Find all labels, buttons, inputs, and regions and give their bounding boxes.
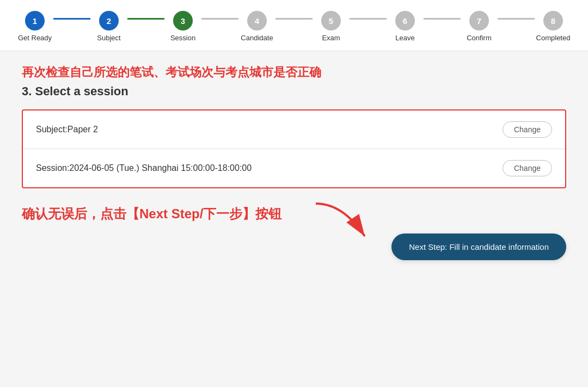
step-7: 7 Confirm (461, 11, 498, 42)
info-row-session: Session:2024-06-05 (Tue.) Shanghai 15:00… (23, 149, 565, 187)
info-card: Subject:Paper 2 Change Session:2024-06-0… (22, 109, 566, 188)
connector-5-6 (350, 18, 387, 20)
change-session-button[interactable]: Change (503, 160, 552, 176)
step-label-2: Subject (97, 34, 120, 42)
step-3: 3 Session (164, 11, 201, 42)
connector-4-5 (275, 18, 313, 20)
step-label-7: Confirm (467, 34, 492, 42)
step-label-4: Candidate (241, 34, 273, 42)
stepper-row: 1 Get Ready 2 Subject 3 Session 4 Candid… (16, 11, 572, 42)
step-circle-3: 3 (173, 11, 193, 30)
step-circle-7: 7 (469, 11, 489, 30)
connector-6-7 (424, 18, 461, 20)
step-label-3: Session (170, 34, 195, 42)
connector-2-3 (127, 18, 164, 20)
step-circle-4: 4 (247, 11, 267, 30)
step-circle-1: 1 (25, 11, 45, 30)
connector-1-2 (53, 18, 90, 20)
step-label-5: Exam (322, 34, 340, 42)
step-circle-5: 5 (321, 11, 341, 30)
info-row-subject: Subject:Paper 2 Change (23, 110, 565, 149)
annotation-2: 确认无误后，点击【Next Step/下一步】按钮 (22, 205, 566, 223)
connector-7-8 (498, 18, 535, 20)
main-content: 再次检查自己所选的笔试、考试场次与考点城市是否正确 3. Select a se… (0, 51, 588, 273)
step-circle-2: 2 (99, 11, 119, 30)
step-2: 2 Subject (90, 11, 127, 42)
step-label-6: Leave (395, 34, 414, 42)
step-label-1: Get Ready (18, 34, 52, 42)
step-circle-6: 6 (395, 11, 415, 30)
change-subject-button[interactable]: Change (503, 121, 552, 138)
annotation-1: 再次检查自己所选的笔试、考试场次与考点城市是否正确 (22, 64, 566, 81)
connector-3-4 (201, 18, 238, 20)
step-8: 8 Completed (535, 11, 572, 42)
arrow-svg (310, 198, 381, 247)
step-5: 5 Exam (313, 11, 350, 42)
section-title: 3. Select a session (22, 84, 566, 99)
next-step-button[interactable]: Next Step: Fill in candidate information (391, 234, 566, 260)
stepper-bar: 1 Get Ready 2 Subject 3 Session 4 Candid… (0, 0, 588, 51)
step-1: 1 Get Ready (16, 11, 53, 42)
step-6: 6 Leave (387, 11, 424, 42)
step-4: 4 Candidate (238, 11, 275, 42)
step-label-8: Completed (536, 34, 571, 42)
session-text: Session:2024-06-05 (Tue.) Shanghai 15:00… (36, 163, 252, 173)
subject-text: Subject:Paper 2 (36, 125, 98, 134)
step-circle-8: 8 (543, 11, 563, 30)
arrow-indicator (310, 198, 381, 249)
